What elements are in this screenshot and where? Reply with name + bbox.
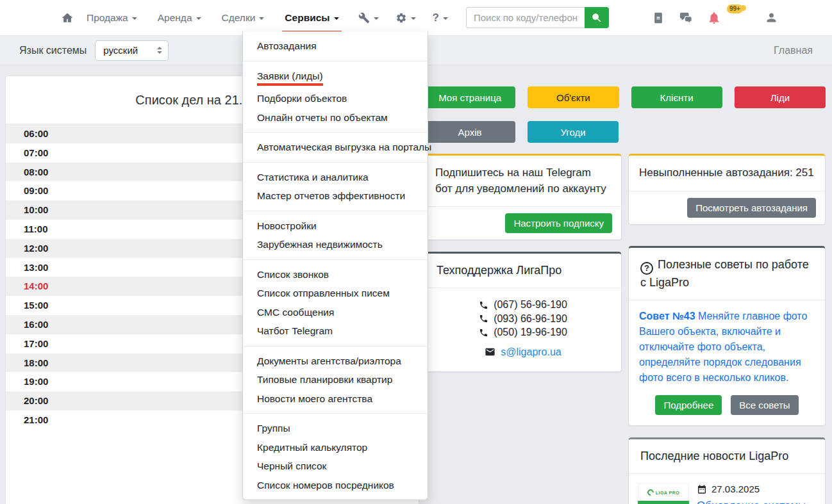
tips-card: ?Полезные советы по работе с LigaPro Сов…: [628, 246, 826, 426]
search-button[interactable]: [585, 7, 609, 28]
dropdown-menu-item[interactable]: [243, 162, 428, 163]
dropdown-menu-item[interactable]: Зарубежная недвижимость: [243, 235, 428, 254]
telegram-card-text: Подпишитесь на наш Telegram бот для увед…: [425, 156, 621, 206]
right-zone: Моя страницаОб'єктиКлієнтиЛіди АрхівУгод…: [424, 86, 826, 504]
main-menu: Продажа Аренда Сделки Сервисы: [87, 12, 339, 24]
dropdown-menu-item[interactable]: Черный список: [243, 457, 428, 476]
autotasks-card-footer: Посмотреть автозадания: [629, 191, 825, 224]
dropdown-menu-item[interactable]: Документы агентства/риэлтора: [243, 352, 428, 371]
search-input[interactable]: [466, 7, 585, 28]
dropdown-menu-item[interactable]: Группы: [243, 419, 428, 438]
autotasks-card: Невыполненные автозадания: 251 Посмотрет…: [628, 154, 826, 225]
news-thumbnail[interactable]: LIGA PRO Обновление системы от 27.03.202…: [638, 484, 689, 504]
quick-button[interactable]: Моя страница: [424, 86, 515, 108]
dropdown-menu-item[interactable]: [243, 346, 428, 346]
wrench-icon: [358, 12, 370, 24]
tip-number: Совет №43: [639, 311, 695, 321]
question-circle-icon: ?: [640, 262, 653, 275]
home-icon[interactable]: [61, 12, 74, 24]
language-label: Язык системы: [19, 45, 87, 56]
help-menu[interactable]: ?: [433, 12, 448, 24]
envelope-icon: [485, 346, 495, 357]
phone-icon: [479, 314, 488, 323]
reading-list-icon[interactable]: [652, 12, 665, 24]
calendar-icon: [697, 484, 707, 494]
dropdown-menu-item[interactable]: Заявки (лиды): [243, 67, 428, 90]
phone-icon: [479, 300, 488, 310]
chevron-down-icon: [132, 17, 137, 20]
language-select[interactable]: русский: [95, 40, 169, 61]
chevron-down-icon: [411, 17, 416, 20]
support-phones: (067) 56-96-190 (093) 66-96-190: [431, 298, 615, 339]
dropdown-menu-item[interactable]: СМС сообщения: [243, 303, 428, 322]
telegram-card-footer: Настроить подписку: [425, 206, 621, 240]
tips-card-body: Совет №43 Меняйте главное фото Вашего об…: [629, 300, 825, 425]
dropdown-menu-item[interactable]: Список отправленных писем: [243, 284, 428, 303]
services-dropdown-menu: Автозадания Заявки (лиды) Подборки объек…: [242, 31, 428, 500]
chevron-down-icon: [196, 17, 201, 20]
dropdown-menu-item[interactable]: Список звонков: [243, 265, 428, 284]
nav-menu-item[interactable]: Сервисы: [285, 12, 338, 24]
ligapro-logo-icon: [646, 488, 655, 497]
support-phone[interactable]: (093) 66-96-190: [431, 312, 615, 326]
quick-button[interactable]: Ліди: [735, 86, 826, 108]
dropdown-menu-item[interactable]: Онлайн отчеты по объектам: [243, 108, 428, 127]
news-link[interactable]: Обновление системы от 27.03.2025: [697, 499, 816, 504]
dropdown-menu-item[interactable]: [243, 211, 428, 211]
chevron-down-icon: [443, 17, 448, 20]
dropdown-menu-item[interactable]: Типовые планировки квартир: [243, 370, 428, 389]
phone-icon: [479, 328, 488, 337]
quick-button[interactable]: Клієнти: [631, 86, 722, 108]
dropdown-menu-item[interactable]: Новостройки: [243, 216, 428, 236]
dropdown-menu-item[interactable]: Статистика и аналитика: [243, 168, 428, 187]
help-icon: ?: [433, 12, 439, 24]
configure-subscription-button[interactable]: Настроить подписку: [505, 213, 612, 233]
support-email-link[interactable]: s@ligapro.ua: [501, 346, 562, 358]
breadcrumb[interactable]: Главная: [774, 45, 813, 56]
tools-menu[interactable]: [358, 12, 379, 24]
all-tips-button[interactable]: Все советы: [731, 395, 798, 415]
tip-details-button[interactable]: Подробнее: [655, 395, 722, 415]
support-phone[interactable]: (050) 19-96-190: [431, 325, 615, 339]
support-email-line: s@ligapro.ua: [431, 346, 615, 358]
telegram-card: Подпишитесь на наш Telegram бот для увед…: [424, 154, 622, 240]
dropdown-menu-item[interactable]: [243, 132, 428, 133]
dropdown-menu-item[interactable]: Подборки объектов: [243, 89, 428, 108]
settings-menu[interactable]: [395, 12, 416, 24]
support-card: Техподдержка ЛигаПро (067) 56-96-190: [424, 252, 622, 372]
dropdown-menu-item[interactable]: [243, 259, 428, 260]
profile-icon[interactable]: [765, 11, 778, 24]
dropdown-menu-item[interactable]: Список номеров посредников: [243, 476, 428, 495]
notifications-bell-icon[interactable]: [707, 11, 721, 25]
support-phone[interactable]: (067) 56-96-190: [431, 298, 615, 312]
nav-menu-item[interactable]: Сделки: [222, 12, 265, 24]
chevron-down-icon: [334, 17, 339, 20]
dropdown-menu-item[interactable]: Автозадания: [243, 37, 428, 56]
top-navbar: Продажа Аренда Сделки Сервисы ?: [0, 0, 832, 36]
nav-menu-item[interactable]: Продажа: [87, 12, 137, 24]
quick-button[interactable]: Архів: [424, 121, 515, 143]
view-autotasks-button[interactable]: Посмотреть автозадания: [687, 198, 816, 218]
cards-area: Подпишитесь на наш Telegram бот для увед…: [424, 154, 826, 504]
select-stepper-icon: [157, 47, 162, 54]
nav-icon-menus: ?: [358, 12, 448, 24]
user-avatar[interactable]: 99+: [735, 10, 751, 26]
dropdown-menu-item[interactable]: Новости моего агентства: [243, 389, 428, 409]
dropdown-menu-item[interactable]: Кредитный калькулятор: [243, 438, 428, 457]
autotasks-card-text: Невыполненные автозадания: 251: [629, 156, 825, 191]
news-body: 27.03.2025 Обновление системы от 27.03.2…: [697, 484, 816, 504]
ligapro-logo: LIGA PRO: [638, 484, 689, 501]
chevron-down-icon: [374, 17, 379, 20]
dropdown-menu-item[interactable]: [243, 413, 428, 414]
dropdown-menu-item[interactable]: Мастер отчетов эффективности: [243, 186, 428, 206]
dropdown-menu-item[interactable]: Автоматическая выгрузка на порталы: [243, 138, 428, 157]
page: Продажа Аренда Сделки Сервисы ?: [0, 0, 832, 504]
chat-icon[interactable]: [678, 11, 694, 25]
dropdown-menu-item[interactable]: [243, 61, 428, 61]
quick-button[interactable]: Угоди: [528, 121, 619, 143]
dropdown-menu-item[interactable]: Чатбот Telegram: [243, 321, 428, 341]
quick-button[interactable]: Об'єкти: [528, 86, 619, 108]
nav-menu-item[interactable]: Аренда: [158, 12, 201, 24]
cards-column-right: Невыполненные автозадания: 251 Посмотрет…: [628, 154, 826, 504]
gear-icon: [395, 12, 407, 24]
